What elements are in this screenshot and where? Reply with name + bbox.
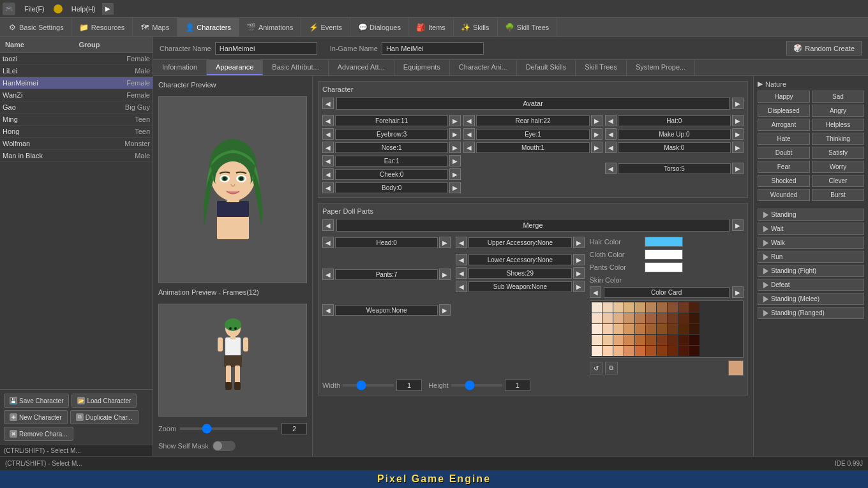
eye-prev[interactable]: ◀ (463, 128, 475, 140)
shoes-prev[interactable]: ◀ (456, 267, 467, 279)
skin-color-cell[interactable] (592, 346, 602, 356)
skin-color-cell[interactable] (646, 324, 656, 334)
emotion-shocked[interactable]: Shocked (758, 175, 810, 187)
cloth-color-swatch[interactable] (645, 249, 683, 260)
skin-color-cell[interactable] (668, 302, 678, 313)
tab-character-ani[interactable]: Character Ani... (450, 60, 517, 75)
merge-prev[interactable]: ◀ (322, 219, 334, 231)
height-slider[interactable] (451, 384, 502, 387)
random-create-button[interactable]: 🎲 Random Create (786, 41, 862, 55)
emotion-thinking[interactable]: Thinking (812, 133, 864, 145)
zoom-slider[interactable] (180, 427, 278, 430)
emotion-clever[interactable]: Clever (812, 175, 864, 187)
ear-prev[interactable]: ◀ (322, 155, 334, 166)
list-item[interactable]: LiLei Male (0, 65, 153, 77)
skin-color-cell[interactable] (678, 335, 689, 345)
new-character-button[interactable]: ✚ New Character (4, 410, 68, 424)
skin-color-cell[interactable] (689, 302, 700, 313)
skin-color-cell[interactable] (624, 302, 634, 313)
skin-color-cell[interactable] (635, 324, 645, 334)
merge-next[interactable]: ▶ (732, 219, 744, 231)
menu-expand-btn[interactable]: ▶ (102, 3, 114, 15)
eye-next[interactable]: ▶ (591, 128, 602, 140)
weapon-next[interactable]: ▶ (439, 304, 451, 316)
pants-next[interactable]: ▶ (439, 269, 451, 280)
skin-color-cell[interactable] (668, 335, 678, 345)
list-item[interactable]: Ming Teen (0, 114, 153, 126)
tab-maps[interactable]: 🗺 Maps (133, 18, 177, 36)
hat-next[interactable]: ▶ (732, 115, 744, 126)
tab-dialogues[interactable]: 💬 Dialogues (350, 18, 409, 36)
list-item[interactable]: WanZi Female (0, 89, 153, 101)
cheek-prev[interactable]: ◀ (322, 168, 334, 180)
forehair-next[interactable]: ▶ (449, 115, 461, 126)
anim-walk[interactable]: Walk (758, 237, 864, 249)
nose-prev[interactable]: ◀ (322, 142, 334, 153)
tab-system-prope[interactable]: System Prope... (627, 60, 695, 75)
skin-color-cell[interactable] (689, 346, 700, 356)
anim-standing-melee[interactable]: Standing (Melee) (758, 293, 864, 305)
skin-color-cell[interactable] (602, 346, 613, 356)
cheek-next[interactable]: ▶ (449, 168, 461, 180)
list-item[interactable]: Wolfman Monster (0, 138, 153, 150)
skin-color-cell[interactable] (624, 335, 634, 345)
skin-color-cell[interactable] (613, 346, 624, 356)
anim-standing-fight[interactable]: Standing (Fight) (758, 265, 864, 277)
skin-color-cell[interactable] (635, 313, 645, 323)
skin-color-cell[interactable] (668, 313, 678, 323)
skin-color-cell[interactable] (613, 302, 624, 313)
avatar-prev-btn[interactable]: ◀ (322, 98, 334, 109)
remove-character-button[interactable]: ✖ Remove Chara... (4, 427, 73, 441)
skin-color-cell[interactable] (624, 324, 634, 334)
head-next[interactable]: ▶ (439, 237, 451, 248)
anim-defeat[interactable]: Defeat (758, 279, 864, 291)
color-card-prev[interactable]: ◀ (590, 286, 601, 298)
list-item[interactable]: Gao Big Guy (0, 101, 153, 114)
skin-color-cell[interactable] (657, 324, 667, 334)
ear-next[interactable]: ▶ (449, 155, 461, 166)
skin-color-cell[interactable] (592, 324, 602, 334)
hat-prev[interactable]: ◀ (605, 115, 617, 126)
skin-color-cell[interactable] (602, 313, 613, 323)
tab-characters[interactable]: 👤 Characters (177, 18, 239, 36)
skin-color-cell[interactable] (657, 335, 667, 345)
list-item[interactable]: taozi Female (0, 53, 153, 65)
skin-color-cell[interactable] (592, 313, 602, 323)
file-menu[interactable]: File(F) (19, 4, 50, 14)
tab-events[interactable]: ⚡ Events (301, 18, 350, 36)
tab-appearance[interactable]: Appearance (207, 60, 263, 75)
skin-color-cell[interactable] (592, 335, 602, 345)
nose-next[interactable]: ▶ (449, 142, 461, 153)
ingame-name-input[interactable] (382, 42, 484, 55)
skin-color-cell[interactable] (613, 335, 624, 345)
emotion-arrogant[interactable]: Arrogant (758, 119, 810, 131)
shoes-next[interactable]: ▶ (573, 267, 585, 279)
hair-color-swatch[interactable] (645, 237, 683, 247)
emotion-satisfy[interactable]: Satisfy (812, 147, 864, 159)
color-card-next[interactable]: ▶ (732, 286, 744, 298)
rearhair-next[interactable]: ▶ (591, 115, 602, 126)
anim-wait[interactable]: Wait (758, 223, 864, 235)
skin-color-cell[interactable] (624, 346, 634, 356)
emotion-angry[interactable]: Angry (812, 105, 864, 117)
skin-color-cell[interactable] (624, 313, 634, 323)
refresh-icon-btn[interactable]: ↺ (590, 362, 602, 374)
pants-color-swatch[interactable] (645, 262, 683, 272)
anim-standing[interactable]: Standing (758, 209, 864, 221)
skin-color-cell[interactable] (646, 302, 656, 313)
emotion-happy[interactable]: Happy (758, 91, 810, 103)
weapon-prev[interactable]: ◀ (322, 304, 334, 316)
tab-advanced-att[interactable]: Advanced Att... (329, 60, 394, 75)
skin-color-cell[interactable] (613, 313, 624, 323)
tab-information[interactable]: Information (153, 60, 207, 75)
tab-basic-attrib[interactable]: Basic Attribut... (263, 60, 328, 75)
tab-skill-trees[interactable]: 🌳 Skill Trees (498, 18, 558, 36)
torso-next[interactable]: ▶ (732, 163, 744, 174)
help-menu[interactable]: Help(H) (66, 4, 101, 14)
width-slider[interactable] (343, 384, 394, 387)
upper-acc-prev[interactable]: ◀ (456, 237, 467, 248)
emotion-helpless[interactable]: Helpless (812, 119, 864, 131)
skin-color-cell[interactable] (689, 335, 700, 345)
skin-color-cell[interactable] (657, 346, 667, 356)
head-prev[interactable]: ◀ (322, 237, 334, 248)
